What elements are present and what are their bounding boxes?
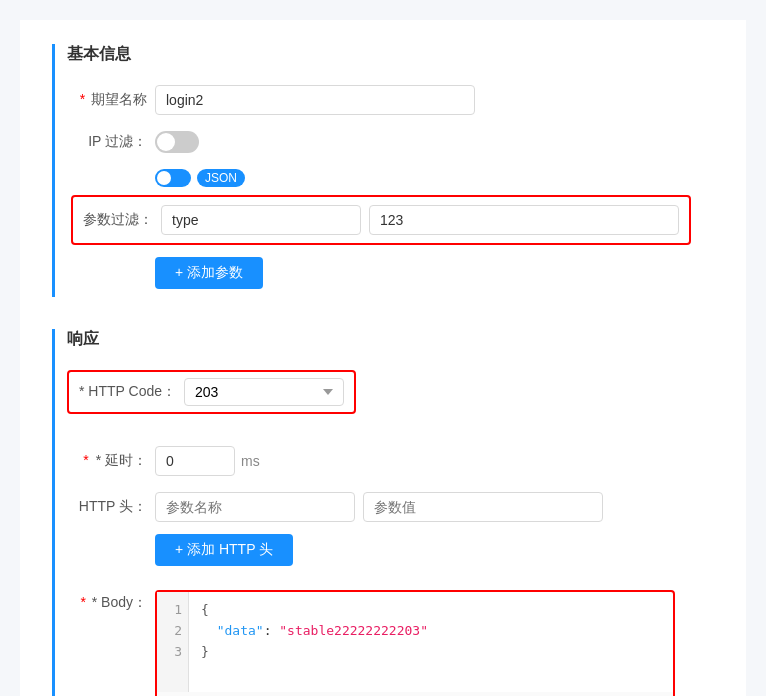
code-line-3: }	[201, 642, 661, 663]
param-filter-value-input[interactable]	[369, 205, 679, 235]
page-container: 基本信息 * 期望名称 IP 过滤：	[20, 20, 746, 696]
ms-unit: ms	[241, 453, 260, 469]
delay-row: * * 延时： ms	[67, 446, 714, 476]
http-code-select[interactable]: 203 200 201 400 404 500	[184, 378, 344, 406]
line-number-3: 3	[163, 642, 182, 663]
expected-name-row: * 期望名称	[67, 85, 714, 115]
add-http-head-container: + 添加 HTTP 头	[67, 534, 714, 574]
http-head-label: HTTP 头：	[67, 498, 147, 516]
line-number-2: 2	[163, 621, 182, 642]
delay-label: * * 延时：	[67, 452, 147, 470]
ip-filter-toggle[interactable]	[155, 131, 199, 153]
code-line-2: "data": "stable22222222203"	[201, 621, 661, 642]
toggle-knob	[157, 133, 175, 151]
ip-filter-row: IP 过滤：	[67, 131, 714, 153]
body-editor: 1 2 3 { "data": "stable22222222203" }	[157, 592, 673, 692]
http-head-row: HTTP 头：	[67, 492, 714, 522]
param-filter-row: 参数过滤：	[71, 195, 691, 245]
body-row: * * Body： 1 2 3 { "data": "stable	[67, 590, 714, 696]
expected-name-input[interactable]	[155, 85, 475, 115]
delay-input[interactable]	[155, 446, 235, 476]
code-value: "stable22222222203"	[279, 623, 428, 638]
code-line-1: {	[201, 600, 661, 621]
http-code-label: * HTTP Code：	[79, 383, 176, 401]
expected-name-label: * 期望名称	[67, 91, 147, 109]
response-wrapper: 响应 * HTTP Code： 203 200 201 400 404 500	[52, 329, 714, 696]
body-required-star: *	[80, 594, 85, 610]
basic-info-section: 基本信息 * 期望名称 IP 过滤：	[52, 44, 714, 297]
delay-required-star: *	[83, 452, 88, 468]
code-content[interactable]: { "data": "stable22222222203" }	[189, 592, 673, 692]
code-key: "data"	[217, 623, 264, 638]
close-brace: }	[201, 644, 209, 659]
body-editor-wrapper: 1 2 3 { "data": "stable22222222203" }	[155, 590, 675, 696]
param-filter-key-input[interactable]	[161, 205, 361, 235]
json-toggle[interactable]	[155, 169, 191, 187]
colon: :	[264, 623, 280, 638]
line-number-1: 1	[163, 600, 182, 621]
add-param-button[interactable]: + 添加参数	[155, 257, 263, 289]
add-http-head-button[interactable]: + 添加 HTTP 头	[155, 534, 293, 566]
editor-scroll-area	[157, 692, 673, 696]
ip-filter-label: IP 过滤：	[67, 133, 147, 151]
open-brace: {	[201, 602, 209, 617]
param-filter-label: 参数过滤：	[83, 211, 153, 229]
required-star: *	[80, 91, 85, 107]
body-label: * * Body：	[67, 590, 147, 612]
json-tag: JSON	[197, 169, 245, 187]
http-head-key-input[interactable]	[155, 492, 355, 522]
response-section: 响应 * HTTP Code： 203 200 201 400 404 500	[52, 329, 714, 696]
basic-info-title: 基本信息	[67, 44, 714, 65]
line-numbers: 1 2 3	[157, 592, 189, 692]
response-title: 响应	[67, 329, 714, 350]
http-code-row: * HTTP Code： 203 200 201 400 404 500	[67, 370, 356, 414]
basic-info-wrapper: 基本信息 * 期望名称 IP 过滤：	[52, 44, 714, 297]
http-code-container: * HTTP Code： 203 200 201 400 404 500	[67, 370, 714, 430]
http-head-value-input[interactable]	[363, 492, 603, 522]
json-toggle-row: JSON	[155, 169, 714, 187]
json-toggle-knob	[157, 171, 171, 185]
